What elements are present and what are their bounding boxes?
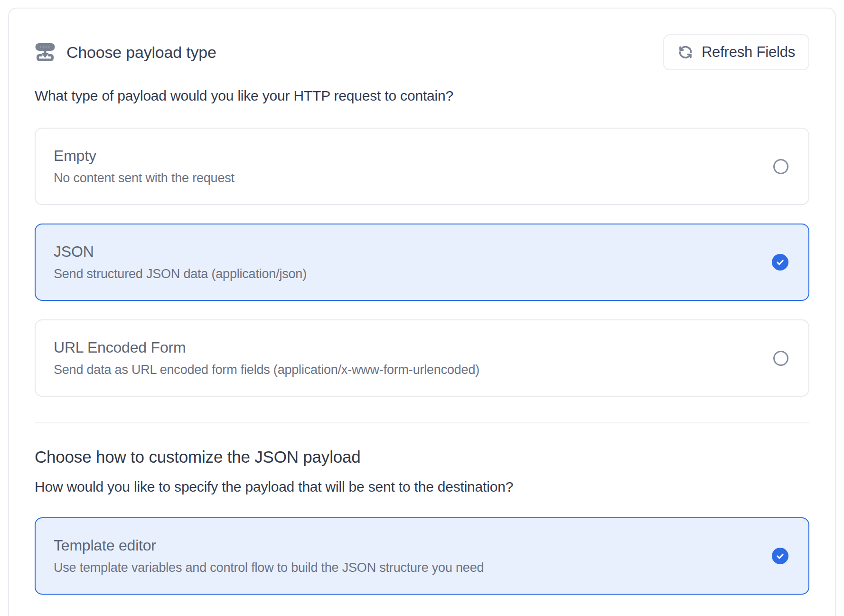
radio-circle-icon[interactable] — [773, 159, 788, 174]
refresh-icon — [677, 44, 694, 60]
option-template-editor[interactable]: Template editor Use template variables a… — [35, 517, 809, 595]
option-description: Send data as URL encoded form fields (ap… — [54, 363, 479, 377]
option-description: Send structured JSON data (application/j… — [54, 267, 307, 281]
page-title: Choose payload type — [66, 43, 216, 62]
refresh-button-label: Refresh Fields — [702, 44, 795, 61]
option-title: JSON — [54, 243, 307, 261]
section-header: Choose payload type Refresh Fields — [35, 34, 809, 70]
radio-circle-icon[interactable] — [773, 351, 788, 366]
option-text: Template editor Use template variables a… — [54, 537, 484, 575]
check-circle-icon[interactable] — [772, 548, 788, 564]
option-title: Empty — [54, 147, 234, 165]
option-description: No content sent with the request — [54, 171, 234, 186]
refresh-fields-button[interactable]: Refresh Fields — [663, 34, 809, 70]
section-header-left: Choose payload type — [35, 42, 216, 62]
payload-type-options: Empty No content sent with the request J… — [35, 128, 809, 397]
option-description: Use template variables and control flow … — [54, 560, 484, 575]
option-empty[interactable]: Empty No content sent with the request — [35, 128, 809, 205]
customize-heading: Choose how to customize the JSON payload — [35, 448, 809, 467]
customize-options: Template editor Use template variables a… — [35, 517, 809, 595]
option-url-encoded-form[interactable]: URL Encoded Form Send data as URL encode… — [35, 319, 809, 397]
option-text: JSON Send structured JSON data (applicat… — [54, 243, 307, 281]
option-title: Template editor — [54, 537, 484, 554]
section-divider — [35, 422, 809, 423]
option-text: Empty No content sent with the request — [54, 147, 234, 186]
option-title: URL Encoded Form — [54, 339, 479, 356]
check-circle-icon[interactable] — [772, 254, 788, 271]
option-json[interactable]: JSON Send structured JSON data (applicat… — [35, 224, 809, 301]
payload-import-icon — [35, 42, 56, 62]
option-text: URL Encoded Form Send data as URL encode… — [54, 339, 479, 377]
payload-type-question: What type of payload would you like your… — [35, 88, 809, 104]
payload-settings-card: Choose payload type Refresh Fields What … — [8, 8, 836, 616]
customize-question: How would you like to specify the payloa… — [35, 479, 809, 495]
